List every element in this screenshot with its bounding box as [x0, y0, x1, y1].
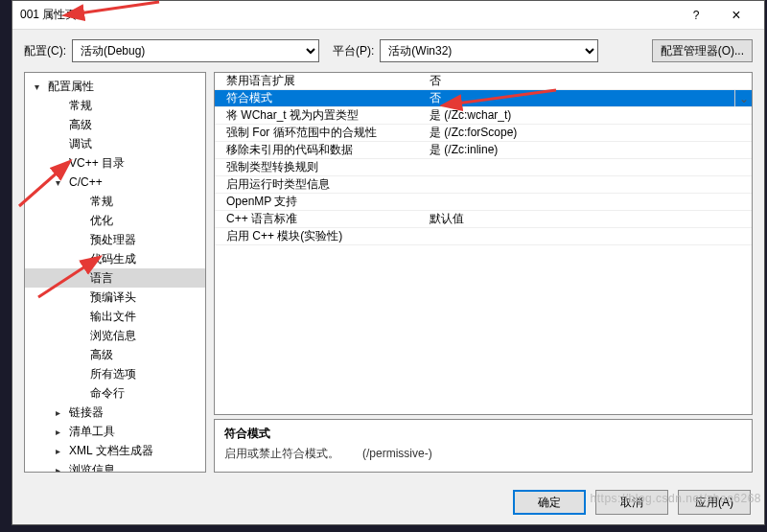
tree-item-label: 代码生成	[88, 251, 136, 267]
prop-row-禁用语言扩展[interactable]: 禁用语言扩展否	[215, 73, 752, 90]
config-bar: 配置(C): 活动(Debug) 平台(P): 活动(Win32) 配置管理器(…	[12, 30, 764, 72]
tree-item-label: 浏览信息	[67, 462, 115, 474]
prop-row-将 WChar_t 视为内置类型[interactable]: 将 WChar_t 视为内置类型是 (/Zc:wchar_t)	[215, 107, 752, 125]
tree-item-label: 输出文件	[88, 309, 136, 325]
prop-name: C++ 语言标准	[215, 211, 426, 227]
config-manager-button[interactable]: 配置管理器(O)...	[652, 39, 753, 62]
platform-select[interactable]: 活动(Win32)	[380, 39, 598, 62]
tree-item-label: 调试	[67, 136, 92, 152]
tree-item-XML 文档生成器[interactable]: ▸XML 文档生成器	[25, 441, 205, 460]
tree-item-label: 链接器	[67, 405, 104, 421]
tree-item-链接器[interactable]: ▸链接器	[25, 403, 205, 422]
tree-item-浏览信息[interactable]: ▸浏览信息	[25, 460, 205, 473]
prop-row-启用 C++ 模块(实验性)[interactable]: 启用 C++ 模块(实验性)	[215, 228, 752, 245]
close-button[interactable]: ×	[716, 2, 756, 29]
desc-body: 启用或禁止符合模式。 (/permissive-)	[224, 446, 742, 462]
tree-arrow-icon: ▸	[56, 427, 67, 437]
platform-label: 平台(P):	[333, 43, 374, 59]
ok-button[interactable]: 确定	[513, 490, 586, 515]
prop-row-强制 For 循环范围中的合规性[interactable]: 强制 For 循环范围中的合规性是 (/Zc:forScope)	[215, 125, 752, 142]
prop-name: 移除未引用的代码和数据	[215, 142, 426, 158]
tree-item-label: VC++ 目录	[67, 155, 125, 172]
tree-item-代码生成[interactable]: 代码生成	[25, 249, 205, 268]
prop-row-移除未引用的代码和数据[interactable]: 移除未引用的代码和数据是 (/Zc:inline)	[215, 142, 752, 159]
tree-item-常规[interactable]: 常规	[25, 192, 205, 211]
window-title: 001 属性页	[20, 7, 676, 23]
tree-item-label: 预编译头	[88, 289, 136, 306]
tree-item-label: 高级	[67, 117, 92, 133]
tree-item-label: 常规	[88, 194, 113, 210]
tree-arrow-icon: ▸	[56, 446, 67, 456]
desc-title: 符合模式	[224, 426, 742, 442]
footer: 确定 取消 应用(A)	[12, 480, 764, 524]
tree-item-C/C++[interactable]: ▾C/C++	[25, 173, 205, 192]
prop-name: 启用 C++ 模块(实验性)	[215, 228, 426, 244]
property-grid[interactable]: 禁用语言扩展否符合模式否⌄将 WChar_t 视为内置类型是 (/Zc:wcha…	[214, 72, 753, 415]
tree-item-label: 优化	[88, 213, 113, 229]
prop-name: 符合模式	[215, 90, 426, 106]
tree-item-label: 预处理器	[88, 232, 136, 248]
tree-item-label: XML 文档生成器	[67, 443, 153, 459]
tree-item-高级[interactable]: 高级	[25, 115, 205, 134]
config-select[interactable]: 活动(Debug)	[72, 39, 319, 62]
tree-item-label: C/C++	[67, 175, 103, 189]
tree-item-VC++ 目录[interactable]: VC++ 目录	[25, 153, 205, 173]
tree-item-浏览信息[interactable]: 浏览信息	[25, 326, 205, 345]
prop-row-C++ 语言标准[interactable]: C++ 语言标准默认值	[215, 211, 752, 228]
prop-name: OpenMP 支持	[215, 194, 426, 210]
tree-arrow-icon: ▸	[56, 465, 67, 474]
tree-item-label: 清单工具	[67, 424, 115, 440]
tree-item-命令行[interactable]: 命令行	[25, 383, 205, 403]
tree-item-label: 常规	[67, 98, 92, 114]
prop-value: 是 (/Zc:wchar_t)	[426, 107, 752, 124]
nav-tree[interactable]: ▾配置属性常规高级调试VC++ 目录▾C/C++常规优化预处理器代码生成语言预编…	[24, 72, 206, 473]
tree-item-所有选项[interactable]: 所有选项	[25, 364, 205, 383]
prop-row-OpenMP 支持[interactable]: OpenMP 支持	[215, 194, 752, 211]
tree-item-语言[interactable]: 语言	[25, 268, 205, 288]
apply-button[interactable]: 应用(A)	[678, 490, 751, 515]
prop-name: 强制 For 循环范围中的合规性	[215, 125, 426, 141]
tree-item-优化[interactable]: 优化	[25, 211, 205, 230]
tree-item-调试[interactable]: 调试	[25, 134, 205, 153]
description-pane: 符合模式 启用或禁止符合模式。 (/permissive-)	[214, 419, 753, 473]
chevron-down-icon[interactable]: ⌄	[734, 90, 752, 106]
titlebar: 001 属性页 ? ×	[12, 1, 764, 30]
tree-item-常规[interactable]: 常规	[25, 96, 205, 115]
prop-value: 否	[426, 90, 734, 106]
prop-value: 是 (/Zc:forScope)	[426, 125, 752, 141]
tree-item-配置属性[interactable]: ▾配置属性	[25, 77, 205, 96]
prop-name: 禁用语言扩展	[215, 73, 426, 89]
config-label: 配置(C):	[24, 43, 66, 59]
tree-item-label: 配置属性	[46, 79, 94, 95]
tree-arrow-icon: ▸	[56, 407, 67, 418]
tree-item-高级[interactable]: 高级	[25, 345, 205, 364]
tree-item-label: 命令行	[88, 385, 125, 402]
prop-row-符合模式[interactable]: 符合模式否⌄	[215, 90, 752, 107]
prop-row-启用运行时类型信息[interactable]: 启用运行时类型信息	[215, 176, 752, 194]
prop-value: 默认值	[426, 211, 752, 227]
tree-item-预编译头[interactable]: 预编译头	[25, 288, 205, 307]
right-pane: 禁用语言扩展否符合模式否⌄将 WChar_t 视为内置类型是 (/Zc:wcha…	[214, 72, 753, 473]
tree-item-预处理器[interactable]: 预处理器	[25, 230, 205, 249]
cancel-button[interactable]: 取消	[595, 490, 668, 515]
prop-value: 否	[426, 73, 752, 89]
help-button[interactable]: ?	[676, 2, 716, 29]
tree-item-label: 所有选项	[88, 366, 136, 382]
tree-arrow-icon: ▾	[56, 177, 67, 188]
tree-arrow-icon: ▾	[35, 81, 46, 92]
prop-name: 将 WChar_t 视为内置类型	[215, 107, 426, 124]
prop-row-强制类型转换规则[interactable]: 强制类型转换规则	[215, 159, 752, 176]
prop-name: 启用运行时类型信息	[215, 176, 426, 193]
tree-item-清单工具[interactable]: ▸清单工具	[25, 422, 205, 441]
tree-item-输出文件[interactable]: 输出文件	[25, 307, 205, 326]
tree-item-label: 浏览信息	[88, 328, 136, 344]
prop-name: 强制类型转换规则	[215, 159, 426, 175]
tree-item-label: 语言	[88, 270, 113, 287]
body: ▾配置属性常规高级调试VC++ 目录▾C/C++常规优化预处理器代码生成语言预编…	[12, 72, 764, 480]
prop-value: 是 (/Zc:inline)	[426, 142, 752, 158]
tree-item-label: 高级	[88, 347, 113, 363]
property-pages-dialog: 001 属性页 ? × 配置(C): 活动(Debug) 平台(P): 活动(W…	[12, 0, 765, 525]
